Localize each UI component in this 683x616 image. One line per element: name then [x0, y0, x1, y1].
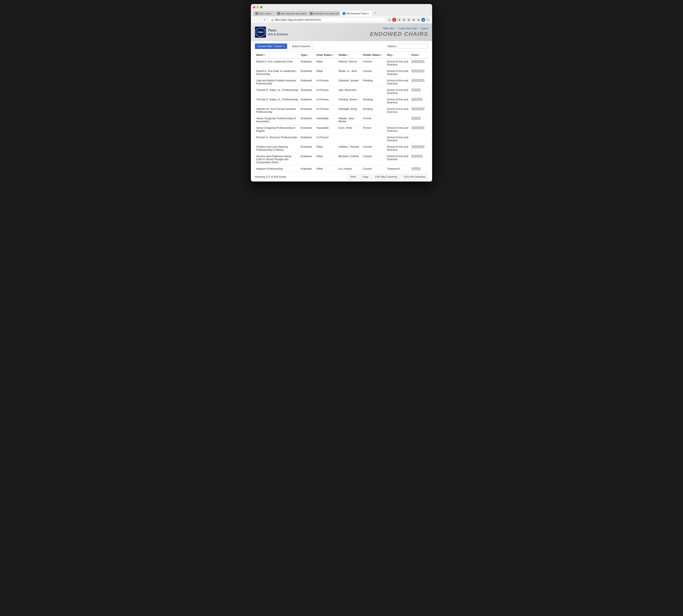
ext-icon-2[interactable]: ■: [402, 18, 406, 22]
table-row[interactable]: Robert A. Fox Leadership ChairEndowedFil…: [255, 58, 428, 68]
cell-name: Sheldon and Lucy Hackney Professorship i…: [255, 144, 300, 153]
print-button[interactable]: Print: [348, 174, 358, 179]
tab-label-2: https://grouper.apps.upenn.ec... ×: [281, 12, 307, 15]
cell-fund: █████: [410, 166, 428, 172]
col-header-type[interactable]: Type: [300, 52, 315, 59]
search-label: Search:: [388, 45, 397, 48]
table-row[interactable]: Julie and Martin Franklin Assistant Prof…: [255, 78, 428, 87]
tab-1[interactable]: Help: clean ×: [253, 11, 274, 16]
gmail-icon[interactable]: M: [392, 18, 396, 22]
col-header-holder-status[interactable]: Holder Status: [362, 52, 386, 59]
create-new-chair-link[interactable]: Create New Chair: [398, 27, 417, 30]
browser-window: Help: clean × https://grouper.apps.upenn…: [251, 4, 432, 181]
table-row[interactable]: Robert A. Fox Chair in Leadership - Dire…: [255, 68, 428, 78]
cell-holder-status: Current: [362, 144, 386, 153]
browser-chrome: Help: clean × https://grouper.apps.upenn…: [251, 4, 432, 16]
table-header: Name Type Chair Status Holder Holder Sta…: [255, 52, 428, 59]
cell-holder: Conn, Peter: [337, 125, 362, 134]
table-row[interactable]: Stephen M. Gorn Family Assistant Profess…: [255, 106, 428, 115]
select-columns-button[interactable]: Select Columns: [289, 43, 313, 49]
cell-org: School of Arts and Sciences: [386, 125, 410, 134]
cell-org: School of Arts and Sciences: [386, 68, 410, 78]
refresh-button[interactable]: ↻: [264, 18, 267, 22]
cell-chair-status: Filled: [315, 58, 337, 68]
table-row[interactable]: Vartan Gregorian Professorship of Humani…: [255, 115, 428, 125]
tab-favicon-4: [342, 12, 345, 15]
new-tab-button[interactable]: +: [372, 10, 378, 16]
csv-all-columns-button[interactable]: CSV (All Columns): [401, 174, 428, 179]
cell-fund: ███████: [410, 68, 428, 78]
cell-holder-status: Current: [362, 58, 386, 68]
cell-type: Endowed: [300, 134, 315, 144]
cell-org: Treasurer's: [386, 166, 410, 172]
cell-type: Endowed: [300, 166, 315, 172]
col-header-chair-status[interactable]: Chair Status: [315, 52, 337, 59]
table-row[interactable]: Thomas S. Gates, Jr., ProfessorshipEndow…: [255, 96, 428, 106]
cell-holder: Fluharty, Steven: [337, 96, 362, 106]
table-row[interactable]: Vartan Gregorian Professorship in Englis…: [255, 125, 428, 134]
table-row[interactable]: Thomas S. Gates, Jr., ProfessorshipEndow…: [255, 87, 428, 96]
cell-org: School of Arts and Sciences: [386, 87, 410, 96]
header-right: Table View | Create New Chair | Logout E…: [370, 27, 428, 37]
cell-holder: Deturck, Dennis: [337, 58, 362, 68]
cell-type: Endowed: [300, 68, 315, 78]
tab-favicon-3: [310, 12, 313, 15]
forward-button[interactable]: →: [258, 18, 262, 22]
cell-type: Endowed: [300, 153, 315, 166]
cell-chair-status: In Process: [315, 87, 337, 96]
nav-sep-2: |: [418, 27, 420, 30]
cell-chair-status: In Process: [315, 134, 337, 144]
maximize-button[interactable]: [260, 6, 263, 8]
cell-holder: Bicchieri, Cristina: [337, 153, 362, 166]
url-bar[interactable]: 🔒 https://apps-stag.sas.upenn.edu/sso/ch…: [268, 17, 386, 22]
cell-fund: [410, 134, 428, 144]
page-content: PENN Penn Arts & Sciences Table View | C…: [251, 24, 432, 181]
address-bar: ← → ↻ 🔒 https://apps-stag.sas.upenn.edu/…: [251, 16, 432, 24]
search-area: Search:: [388, 44, 428, 49]
cell-fund: ███████: [410, 58, 428, 68]
table-container: Name Type Chair Status Holder Holder Sta…: [251, 51, 432, 172]
cell-holder-status: [362, 87, 386, 96]
cell-holder: Liu, Andrea: [337, 166, 362, 172]
ext-icon-3[interactable]: ■: [407, 18, 411, 22]
col-header-holder[interactable]: Holder: [337, 52, 362, 59]
tab-label-4: SAS Endowed Chairs ×: [346, 12, 369, 15]
cell-holder: Subotnik, Joseph: [337, 78, 362, 87]
cell-fund: █████: [410, 87, 428, 96]
table-row[interactable]: Sheldon and Lucy Hackney Professorship i…: [255, 144, 428, 153]
close-button[interactable]: [253, 6, 255, 8]
table-row[interactable]: Hepburn ProfessorshipEndowedFilledLiu, A…: [255, 166, 428, 172]
traffic-lights: [253, 6, 430, 8]
chairs-table: Name Type Chair Status Holder Holder Sta…: [255, 51, 428, 172]
current-filter-button[interactable]: Current Filter: 'Active': [255, 44, 287, 49]
table-row[interactable]: Sascha Jane Patterson Harvie Chair in So…: [255, 153, 428, 166]
table-body: Robert A. Fox Leadership ChairEndowedFil…: [255, 58, 428, 172]
profile-icon[interactable]: ●: [421, 18, 425, 22]
tab-2[interactable]: https://grouper.apps.upenn.ec... ×: [275, 11, 307, 16]
cell-holder-status: Pending: [362, 78, 386, 87]
ext-icon-4[interactable]: ■: [412, 18, 416, 22]
cell-holder-status: Current: [362, 153, 386, 166]
table-footer: Showing 177 of 528 Chairs Print Copy CSV…: [251, 172, 432, 181]
col-header-fund[interactable]: Fund: [410, 52, 428, 59]
bookmark-icon[interactable]: ☆: [387, 18, 391, 22]
ext-icon-1[interactable]: ■: [397, 18, 401, 22]
col-header-name[interactable]: Name: [255, 52, 300, 59]
copy-button[interactable]: Copy: [360, 174, 371, 179]
tab-3[interactable]: andrewjs01.sas.upenn.edu ×: [308, 11, 340, 16]
logout-link[interactable]: Logout: [420, 27, 428, 30]
menu-icon[interactable]: ⋮: [426, 18, 430, 22]
cell-org: School of Arts and Sciences: [386, 134, 410, 144]
back-button[interactable]: ←: [253, 18, 256, 22]
tab-4-active[interactable]: SAS Endowed Chairs ×: [340, 11, 372, 16]
minimize-button[interactable]: [256, 6, 259, 8]
ext-icon-5[interactable]: ■: [416, 18, 420, 22]
cell-chair-status: In Process: [315, 96, 337, 106]
col-header-org[interactable]: Org: [386, 52, 410, 59]
table-view-link[interactable]: Table View: [383, 27, 394, 30]
csv-my-columns-button[interactable]: CSV (My Columns): [372, 174, 400, 179]
header-nav: Table View | Create New Chair | Logout: [370, 27, 428, 30]
cell-fund: ██████: [410, 96, 428, 106]
search-input[interactable]: [398, 44, 428, 49]
table-row[interactable]: Norman C. Grosman ProfessorshipEndowedIn…: [255, 134, 428, 144]
